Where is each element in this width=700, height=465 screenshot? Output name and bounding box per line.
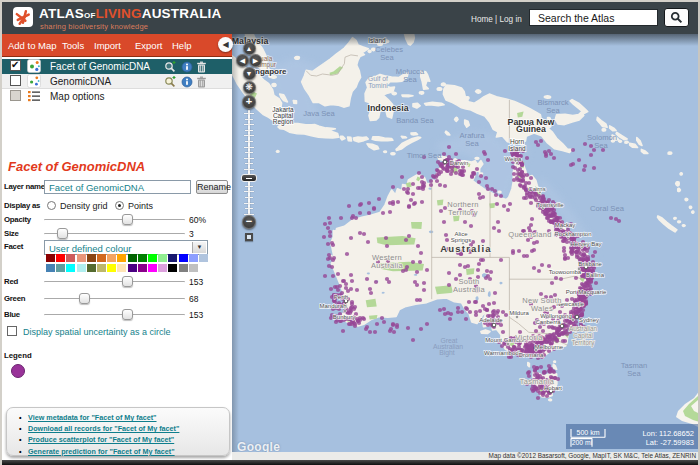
facet-select-arrow-icon[interactable]: ▼ [192, 242, 206, 253]
menu-item-add-to-map[interactable]: Add to Map [8, 40, 57, 51]
palette-swatch[interactable] [128, 254, 137, 262]
layer-row-genomicdna[interactable]: GenomicDNA [2, 74, 232, 89]
layer-row-facet-of-genomicdna[interactable]: Facet of GenomicDNA [2, 59, 232, 74]
layer-visibility-checkbox[interactable] [10, 90, 21, 101]
city-label-rockhampton: Rockhampton [554, 231, 591, 237]
palette-swatch[interactable] [158, 254, 167, 262]
remove-layer-icon[interactable] [196, 74, 208, 86]
layer-info-icon[interactable] [181, 74, 193, 86]
palette-swatch[interactable] [148, 254, 157, 262]
palette-swatch[interactable] [199, 254, 208, 262]
zoom-to-layer-icon[interactable] [164, 74, 176, 86]
box-zoom-button[interactable] [245, 233, 253, 241]
ala-logo[interactable] [13, 7, 33, 27]
palette-swatch[interactable] [158, 264, 167, 272]
red-slider-thumb[interactable] [122, 276, 133, 287]
size-slider-thumb[interactable] [57, 228, 68, 239]
layer-action-link[interactable]: Generate prediction for "Facet of My fac… [28, 447, 229, 456]
layer-info-icon[interactable] [181, 59, 193, 71]
blue-slider[interactable] [44, 310, 185, 320]
search-button[interactable] [664, 8, 689, 27]
palette-swatch[interactable] [128, 264, 137, 272]
occurrence-point [439, 164, 443, 168]
layer-action-link[interactable]: View metadata for "Facet of My facet" [28, 413, 229, 422]
menu-item-export[interactable]: Export [135, 40, 162, 51]
layer-name[interactable]: Map options [50, 91, 104, 102]
layer-row-map-options[interactable]: Map options [2, 89, 232, 104]
palette-swatch[interactable] [46, 254, 55, 262]
palette-swatch[interactable] [138, 254, 147, 262]
sidebar-collapse-button[interactable]: ◀ [218, 37, 233, 52]
uncertainty-label[interactable]: Display spatial uncertainty as a circle [23, 327, 171, 337]
green-slider-thumb[interactable] [79, 293, 90, 304]
palette-swatch[interactable] [107, 254, 116, 262]
palette-swatch[interactable] [97, 264, 106, 272]
reset-view-button[interactable]: ❋ [243, 81, 256, 94]
scale-mi: 200 mi [569, 439, 595, 446]
rename-button[interactable]: Rename [196, 180, 228, 194]
layer-name[interactable]: GenomicDNA [50, 76, 111, 87]
remove-layer-icon[interactable] [196, 59, 208, 71]
palette-swatch[interactable] [87, 254, 96, 262]
palette-swatch[interactable] [77, 254, 86, 262]
palette-swatch[interactable] [46, 264, 55, 272]
layer-name[interactable]: Facet of GenomicDNA [50, 61, 150, 72]
opacity-slider[interactable] [44, 215, 185, 225]
occurrence-point [415, 283, 419, 287]
opacity-slider-thumb[interactable] [122, 214, 133, 225]
blue-slider-thumb[interactable] [122, 309, 133, 320]
palette-swatch[interactable] [179, 254, 188, 262]
pan-up-button[interactable]: ▲ [243, 42, 256, 55]
density-grid-radio[interactable] [47, 201, 56, 210]
palette-swatch[interactable] [87, 264, 96, 272]
green-slider[interactable] [44, 294, 185, 304]
zoom-out-button[interactable]: − [242, 215, 256, 229]
size-slider[interactable] [44, 229, 185, 239]
layer-visibility-checkbox[interactable] [10, 75, 21, 86]
palette-swatch[interactable] [107, 264, 116, 272]
map-canvas[interactable]: DarwinWeipaCairnsTownsvilleMackayRockham… [232, 34, 698, 460]
home-login-links[interactable]: Home | Log in [471, 15, 522, 24]
palette-swatch[interactable] [97, 254, 106, 262]
density-grid-radio-label[interactable]: Density grid [60, 201, 108, 211]
palette-swatch[interactable] [56, 254, 65, 262]
palette-swatch[interactable] [56, 264, 65, 272]
pan-right-button[interactable]: ▶ [249, 54, 262, 67]
green-value: 68 [189, 294, 198, 304]
palette-swatch[interactable] [168, 254, 177, 262]
palette-swatch[interactable] [138, 264, 147, 272]
zoom-slider-handle[interactable] [241, 174, 257, 182]
city-label-adelaide: Adelaide [479, 317, 503, 323]
palette-swatch[interactable] [189, 264, 198, 272]
palette-swatch[interactable] [77, 264, 86, 272]
layer-action-link[interactable]: Download all records for "Facet of My fa… [28, 424, 229, 433]
pan-down-button[interactable]: ▼ [243, 67, 256, 80]
search-input[interactable] [529, 9, 658, 26]
palette-swatch[interactable] [66, 254, 75, 262]
menu-item-import[interactable]: Import [94, 40, 121, 51]
uncertainty-checkbox[interactable] [7, 326, 17, 336]
pan-left-button[interactable]: ◀ [236, 54, 249, 67]
zoom-in-button[interactable]: + [242, 95, 256, 109]
palette-swatch[interactable] [66, 264, 75, 272]
menu-item-help[interactable]: Help [172, 40, 192, 51]
palette-swatch[interactable] [117, 254, 126, 262]
layer-visibility-checkbox[interactable] [10, 60, 21, 71]
palette-swatch[interactable] [117, 264, 126, 272]
palette-swatch[interactable] [179, 264, 188, 272]
zoom-tick [245, 163, 253, 164]
layer-name-input[interactable] [44, 180, 191, 194]
points-radio[interactable] [115, 201, 124, 210]
red-slider[interactable] [44, 277, 185, 287]
occurrence-point [411, 182, 415, 186]
palette-swatch[interactable] [168, 264, 177, 272]
layer-action-link[interactable]: Produce scatterplot for "Facet of My fac… [28, 435, 229, 444]
zoom-to-layer-icon[interactable] [164, 59, 176, 71]
palette-swatch[interactable] [189, 254, 198, 262]
zoom-slider[interactable] [242, 110, 256, 222]
zoom-tick [244, 124, 254, 125]
facet-select[interactable]: User defined colour ▼ [44, 240, 208, 255]
points-radio-label[interactable]: Points [128, 201, 153, 211]
palette-swatch[interactable] [148, 264, 157, 272]
menu-item-tools[interactable]: Tools [62, 40, 84, 51]
